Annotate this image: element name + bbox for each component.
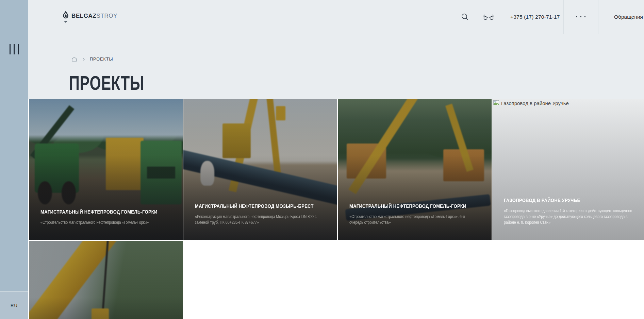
header: BELGAZSTROY +375 (17) 270-71-17 Обращ xyxy=(28,0,644,34)
project-description: «Реконструкция магистрального нефтепрово… xyxy=(195,214,325,225)
accessibility-version-button[interactable] xyxy=(483,0,494,34)
project-card[interactable]: Газопровод в районе Уручье ГАЗОПРОВОД В … xyxy=(492,99,644,240)
project-title: МАГИСТРАЛЬНЫЙ НЕФТЕПРОВОД ГОМЕЛЬ-ГОРКИ xyxy=(349,203,480,209)
project-title: МАГИСТРАЛЬНЫЙ НЕФТЕПРОВОД ГОМЕЛЬ-ГОРКИ xyxy=(40,209,171,215)
flame-logo-icon xyxy=(62,11,69,20)
appeals-button[interactable]: Обращения xyxy=(598,0,644,34)
home-icon[interactable] xyxy=(71,56,78,62)
broken-image-alt: Газопровод в районе Уручье xyxy=(493,100,569,106)
photo-overlay xyxy=(29,241,183,319)
logo-dropdown-arrow-icon xyxy=(64,21,67,23)
project-title: ГАЗОПРОВОД В РАЙОНЕ УРУЧЬЕ xyxy=(504,197,634,203)
project-card[interactable]: МАГИСТРАЛЬНЫЙ НЕФТЕПРОВОД ГОМЕЛЬ-ГОРКИ «… xyxy=(29,99,183,240)
project-card[interactable]: МАГИСТРАЛЬНЫЙ НЕФТЕПРОВОД ГОМЕЛЬ-ГОРКИ «… xyxy=(338,99,492,240)
logo[interactable]: BELGAZSTROY xyxy=(62,11,117,20)
broken-image-icon xyxy=(493,100,499,106)
phone-number[interactable]: +375 (17) 270-71-17 xyxy=(510,0,560,34)
search-icon xyxy=(461,13,469,21)
project-description: «Строительство магистрального нефтепрово… xyxy=(349,214,479,225)
project-description: «Газопровод высокого давления 1-й катего… xyxy=(504,208,634,225)
appeals-label: Обращения xyxy=(614,14,643,20)
projects-grid: МАГИСТРАЛЬНЫЙ НЕФТЕПРОВОД ГОМЕЛЬ-ГОРКИ «… xyxy=(29,99,644,319)
projects-page: BELGAZSTROY +375 (17) 270-71-17 Обращ xyxy=(0,0,644,319)
breadcrumb: ПРОЕКТЫ xyxy=(71,56,113,62)
glasses-icon xyxy=(483,14,494,20)
menu-button[interactable] xyxy=(10,44,19,54)
language-switcher[interactable]: RU xyxy=(0,291,28,319)
card-text: ГАЗОПРОВОД В РАЙОНЕ УРУЧЬЕ «Газопровод в… xyxy=(492,197,644,240)
project-card[interactable]: МАГИСТРАЛЬНЫЙ НЕФТЕПРОВОД МОЗЫРЬ-БРЕСТ «… xyxy=(183,99,337,240)
broken-image-alt-text: Газопровод в районе Уручье xyxy=(501,100,569,106)
search-button[interactable] xyxy=(461,0,469,34)
card-text: МАГИСТРАЛЬНЫЙ НЕФТЕПРОВОД ГОМЕЛЬ-ГОРКИ «… xyxy=(338,203,492,240)
project-card[interactable] xyxy=(29,241,183,319)
main-content: ПРОЕКТЫ ПРОЕКТЫ МАГИСТРАЛЬНЫЙ НЕФТЕПРОВО… xyxy=(28,34,644,319)
card-text: МАГИСТРАЛЬНЫЙ НЕФТЕПРОВОД ГОМЕЛЬ-ГОРКИ «… xyxy=(29,209,183,240)
chevron-right-icon xyxy=(82,57,85,61)
left-sidebar: RU xyxy=(0,0,28,319)
page-title: ПРОЕКТЫ xyxy=(69,73,145,93)
project-description: «Строительство магистрального нефтепрово… xyxy=(40,219,170,225)
card-text: МАГИСТРАЛЬНЫЙ НЕФТЕПРОВОД МОЗЫРЬ-БРЕСТ «… xyxy=(183,203,337,240)
breadcrumb-current: ПРОЕКТЫ xyxy=(90,57,113,62)
logo-wordmark: BELGAZSTROY xyxy=(71,13,117,19)
project-title: МАГИСТРАЛЬНЫЙ НЕФТЕПРОВОД МОЗЫРЬ-БРЕСТ xyxy=(195,203,326,209)
more-menu-button[interactable] xyxy=(563,0,598,34)
ellipsis-icon xyxy=(576,16,577,17)
hamburger-vertical-bars-icon xyxy=(10,44,11,54)
